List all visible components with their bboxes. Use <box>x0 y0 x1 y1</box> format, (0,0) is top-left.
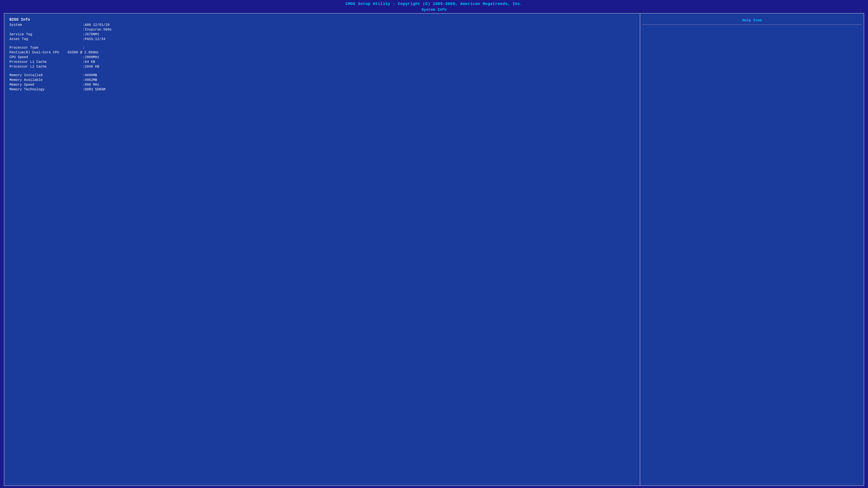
bios-section: BIOS Info System :A06 12/01/10 :Inspiron… <box>9 18 634 41</box>
bios-system-label: System <box>9 23 83 27</box>
bios-row-inspiron: :Inspiron 560s <box>9 28 634 32</box>
processor-type-value: : <box>83 46 85 50</box>
bios-row-asset-tag: Asset Tag :PASS:12/34 <box>9 37 634 41</box>
bios-asset-tag-value: :PASS:12/34 <box>83 37 105 41</box>
cpu-model-value: E5500 @ 2.80GHz <box>68 51 99 55</box>
l1-cache-row: Processor L1 Cache :64 KB <box>9 60 634 64</box>
left-panel: BIOS Info System :A06 12/01/10 :Inspiron… <box>4 13 640 485</box>
bios-row-system: System :A06 12/01/10 <box>9 23 634 27</box>
system-info-title: System Info <box>0 7 868 13</box>
cpu-speed-label: CPU Speed <box>9 55 83 59</box>
memory-speed-value: :800 MHz <box>83 83 99 87</box>
l2-cache-value: :2048 KB <box>83 65 99 69</box>
bios-service-tag-value: :J678NM1 <box>83 32 99 36</box>
processor-section: Processor Type : Pentium(R) Dual-Core CP… <box>9 46 634 69</box>
memory-available-label: Memory Available <box>9 78 83 82</box>
cpu-speed-row: CPU Speed :2800MHz <box>9 55 634 59</box>
subtitle-text: System Info <box>422 7 446 12</box>
bios-row-service-tag: Service Tag :J678NM1 <box>9 32 634 36</box>
l1-cache-label: Processor L1 Cache <box>9 60 83 64</box>
memory-available-value: :4062MB <box>83 78 97 82</box>
bios-inspiron-label <box>9 28 83 32</box>
bios-system-value: :A06 12/01/10 <box>83 23 110 27</box>
memory-installed-row: Memory Installed :4096MB <box>9 73 634 77</box>
cpu-speed-value: :2800MHz <box>83 55 99 59</box>
memory-section: Memory Installed :4096MB Memory Availabl… <box>9 73 634 92</box>
bios-inspiron-value: :Inspiron 560s <box>83 28 112 32</box>
bios-section-header: BIOS Info <box>9 18 634 22</box>
l2-cache-row: Processor L2 Cache :2048 KB <box>9 65 634 69</box>
memory-speed-row: Memory Speed :800 MHz <box>9 83 634 87</box>
cpu-model-label: Pentium(R) Dual-Core CPU <box>9 51 59 55</box>
cpu-model-row: Pentium(R) Dual-Core CPU E5500 @ 2.80GHz <box>9 51 634 55</box>
memory-installed-value: :4096MB <box>83 73 97 77</box>
main-area: BIOS Info System :A06 12/01/10 :Inspiron… <box>4 13 864 486</box>
memory-technology-value: :DDR3 SDRAM <box>83 88 105 92</box>
bios-asset-tag-label: Asset Tag <box>9 37 83 41</box>
memory-available-row: Memory Available :4062MB <box>9 78 634 82</box>
title-text: CMOS Setup Utility - Copyright (C) 1985-… <box>345 2 523 6</box>
memory-technology-row: Memory Technology :DDR3 SDRAM <box>9 88 634 92</box>
processor-type-row: Processor Type : <box>9 46 634 50</box>
bios-service-tag-label: Service Tag <box>9 32 83 36</box>
memory-technology-label: Memory Technology <box>9 88 83 92</box>
l1-cache-value: :64 KB <box>83 60 95 64</box>
memory-speed-label: Memory Speed <box>9 83 83 87</box>
right-panel: Help Item <box>640 13 864 485</box>
help-item-title: Help Item <box>642 17 862 25</box>
processor-type-label: Processor Type <box>9 46 83 50</box>
memory-installed-label: Memory Installed <box>9 73 83 77</box>
top-header: CMOS Setup Utility - Copyright (C) 1985-… <box>0 0 868 7</box>
l2-cache-label: Processor L2 Cache <box>9 65 83 69</box>
